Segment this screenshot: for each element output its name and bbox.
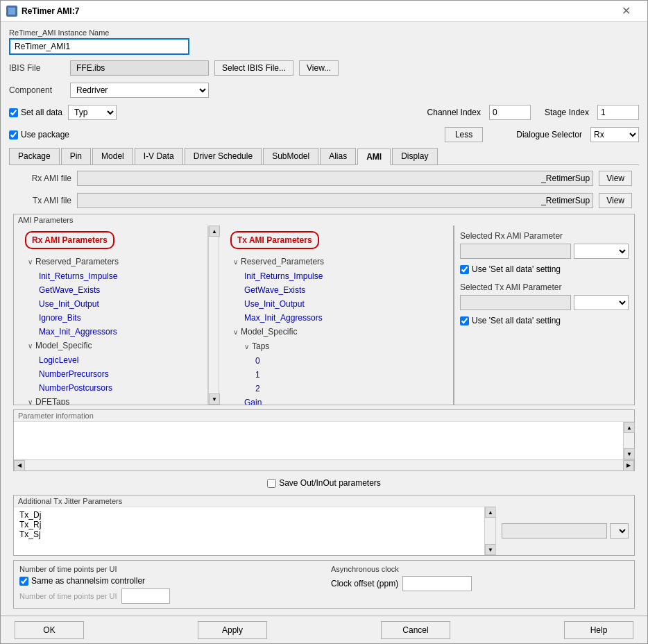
main-content: ReTimer_AMI Instance Name IBIS File FFE.… bbox=[1, 22, 647, 616]
list-item[interactable]: Tx_Dj bbox=[19, 510, 479, 520]
ami-params-main: Rx AMI Parameters ∨Reserved_Parameters I… bbox=[14, 226, 634, 405]
tab-submodel[interactable]: SubModel bbox=[263, 148, 318, 164]
hscroll-left[interactable]: ◀ bbox=[14, 460, 25, 471]
tx-jitter-combo[interactable] bbox=[610, 523, 629, 539]
tab-pin[interactable]: Pin bbox=[61, 148, 91, 164]
tree-item[interactable]: ∨Taps bbox=[222, 339, 453, 354]
scroll-down[interactable]: ▼ bbox=[209, 393, 220, 405]
jitter-scroll-down[interactable]: ▼ bbox=[485, 544, 496, 555]
channel-index-label: Channel Index bbox=[427, 108, 481, 117]
list-item[interactable]: Tx_Sj bbox=[19, 529, 479, 539]
tree-item[interactable]: ∨Model_Specific bbox=[17, 339, 207, 353]
view-ibis-button[interactable]: View... bbox=[299, 60, 339, 76]
instance-name-input[interactable] bbox=[9, 38, 189, 55]
rx-ami-view-button[interactable]: View bbox=[599, 171, 632, 186]
apply-button[interactable]: Apply bbox=[198, 621, 267, 639]
settings-row: Set all data TypMinMax Channel Index Sta… bbox=[9, 103, 639, 121]
tree-item[interactable]: Init_Returns_Impulse bbox=[17, 269, 207, 283]
use-set-all-tx-checkbox[interactable]: Use 'Set all data' setting bbox=[460, 316, 629, 325]
selected-tx-inputs bbox=[460, 295, 629, 310]
typ-select[interactable]: TypMinMax bbox=[68, 105, 117, 120]
clock-offset-input[interactable] bbox=[402, 576, 472, 591]
time-points-field-label: Number of time points per UI bbox=[19, 592, 117, 600]
list-item[interactable]: Tx_Rj bbox=[19, 520, 479, 529]
tx-ami-view-button[interactable]: View bbox=[599, 193, 632, 208]
selected-tx-value-input[interactable] bbox=[460, 295, 571, 310]
tree-item[interactable]: Max_Init_Aggressors bbox=[222, 311, 453, 325]
scroll-up[interactable]: ▲ bbox=[209, 226, 220, 237]
param-scroll-up[interactable]: ▲ bbox=[624, 422, 635, 433]
selected-rx-combo[interactable] bbox=[574, 244, 629, 259]
tab-model[interactable]: Model bbox=[92, 148, 133, 164]
tree-item[interactable]: Gain bbox=[222, 396, 453, 405]
tree-item[interactable]: Use_Init_Output bbox=[17, 297, 207, 311]
tx-tree-scroll[interactable]: ∨Reserved_Parameters Init_Returns_Impuls… bbox=[219, 255, 453, 405]
tree-scrollbar[interactable]: ▲ ▼ bbox=[208, 226, 219, 405]
set-all-data-checkbox[interactable]: Set all data bbox=[9, 108, 62, 117]
tree-item[interactable]: GetWave_Exists bbox=[222, 283, 453, 297]
use-set-all-rx-checkbox[interactable]: Use 'Set all data' setting bbox=[460, 264, 629, 274]
tree-item[interactable]: Use_Init_Output bbox=[222, 297, 453, 311]
rx-ami-params-header[interactable]: Rx AMI Parameters bbox=[25, 231, 114, 249]
tab-package[interactable]: Package bbox=[9, 148, 60, 164]
tree-item[interactable]: Max_Init_Aggressors bbox=[17, 325, 207, 339]
tx-jitter-scroll[interactable]: ▲ ▼ bbox=[484, 507, 495, 555]
time-points-input-row: Number of time points per UI bbox=[19, 588, 317, 604]
dialogue-selector-select[interactable]: RxTx bbox=[590, 127, 639, 142]
tab-ami[interactable]: AMI bbox=[357, 149, 391, 165]
tree-item[interactable]: NumberPostcursors bbox=[17, 381, 207, 395]
selected-rx-inputs bbox=[460, 244, 629, 259]
select-ibis-button[interactable]: Select IBIS File... bbox=[214, 60, 293, 76]
tree-item[interactable]: ∨Reserved_Parameters bbox=[17, 255, 207, 269]
tree-item[interactable]: Init_Returns_Impulse bbox=[222, 269, 453, 283]
save-params-checkbox[interactable]: Save Out/InOut parameters bbox=[267, 478, 381, 488]
tree-item[interactable]: NumberPrecursors bbox=[17, 367, 207, 381]
tree-item[interactable]: ∨Reserved_Parameters bbox=[222, 255, 453, 269]
cancel-button[interactable]: Cancel bbox=[381, 621, 450, 639]
help-button[interactable]: Help bbox=[564, 621, 633, 639]
instance-section: ReTimer_AMI Instance Name bbox=[9, 28, 639, 55]
tree-item[interactable]: LogicLevel bbox=[17, 353, 207, 367]
hscroll-right[interactable]: ▶ bbox=[623, 460, 634, 471]
param-info-hscroll[interactable]: ◀ ▶ bbox=[14, 459, 634, 471]
time-points-title: Number of time points per UI bbox=[19, 565, 317, 573]
tree-item[interactable]: 1 bbox=[222, 368, 453, 382]
time-points-input[interactable] bbox=[121, 588, 170, 604]
tree-item[interactable]: ∨Model_Specific bbox=[222, 325, 453, 339]
save-row: Save Out/InOut parameters bbox=[9, 475, 639, 491]
channel-index-input[interactable] bbox=[489, 105, 531, 120]
rx-tree-scroll[interactable]: ∨Reserved_Parameters Init_Returns_Impuls… bbox=[14, 255, 207, 405]
tree-item[interactable]: GetWave_Exists bbox=[17, 283, 207, 297]
rx-tree-panel: Rx AMI Parameters ∨Reserved_Parameters I… bbox=[14, 226, 208, 405]
tx-tree-panel: Tx AMI Parameters ∨Reserved_Parameters I… bbox=[219, 226, 453, 405]
tree-item[interactable]: ∨DFETaps bbox=[17, 395, 207, 405]
tx-ami-params-header[interactable]: Tx AMI Parameters bbox=[230, 231, 319, 249]
less-button[interactable]: Less bbox=[445, 127, 483, 142]
ami-params-title: AMI Parameters bbox=[14, 214, 634, 226]
package-row: Use package Less Dialogue Selector RxTx bbox=[9, 126, 639, 144]
jitter-scroll-up[interactable]: ▲ bbox=[485, 507, 496, 518]
tree-item[interactable]: 2 bbox=[222, 382, 453, 396]
tab-display[interactable]: Display bbox=[392, 148, 437, 164]
close-button[interactable]: ✕ bbox=[610, 1, 642, 22]
rx-ami-file-field: _RetimerSup bbox=[77, 171, 593, 186]
rx-header-container: Rx AMI Parameters bbox=[14, 226, 207, 255]
stage-index-input[interactable] bbox=[597, 105, 639, 120]
tree-item[interactable]: Ignore_Bits bbox=[17, 311, 207, 325]
component-select[interactable]: Redriver bbox=[70, 83, 209, 98]
same-as-channelsim-checkbox[interactable]: Same as channelsim controller bbox=[19, 576, 317, 586]
use-package-checkbox[interactable]: Use package bbox=[9, 130, 69, 139]
selected-tx-combo[interactable] bbox=[574, 295, 629, 310]
selected-tx-section: Selected Tx AMI Parameter Use 'Set all d… bbox=[460, 282, 629, 325]
ok-button[interactable]: OK bbox=[15, 621, 84, 639]
param-info-vscroll[interactable]: ▲ ▼ bbox=[623, 422, 634, 459]
stage-index-label: Stage Index bbox=[545, 108, 589, 117]
tab-driver-schedule[interactable]: Driver Schedule bbox=[185, 148, 262, 164]
tab-iv-data[interactable]: I-V Data bbox=[135, 148, 183, 164]
tx-jitter-value-input[interactable] bbox=[502, 523, 607, 539]
tab-alias[interactable]: Alias bbox=[320, 148, 356, 164]
param-scroll-down[interactable]: ▼ bbox=[624, 448, 635, 459]
selected-rx-title: Selected Rx AMI Parameter bbox=[460, 231, 629, 241]
tree-item[interactable]: 0 bbox=[222, 354, 453, 368]
selected-rx-value-input[interactable] bbox=[460, 244, 571, 259]
